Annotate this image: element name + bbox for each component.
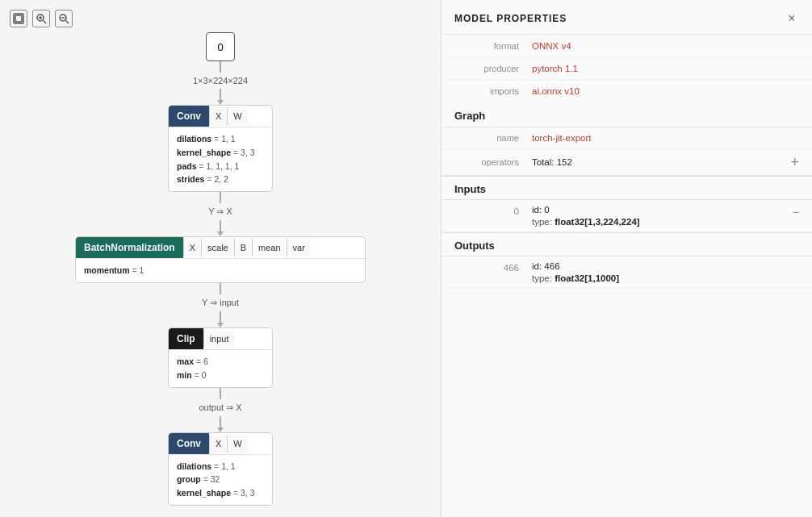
attr-row: momentum = 1 — [84, 264, 357, 277]
clip-node: Clip input max = 6 min = 0 output ⇒ X — [168, 327, 273, 432]
arrow-2 — [217, 220, 224, 236]
producer-label: producer — [454, 63, 519, 73]
output-id-0: id: 466 — [532, 261, 799, 271]
operators-expand-button[interactable]: + — [790, 155, 799, 169]
clip-attrs: max = 6 min = 0 — [169, 349, 272, 387]
panel-title: MODEL PROPERTIES — [454, 13, 567, 24]
input-action-0[interactable]: − — [793, 205, 799, 227]
input-row-0: 0 id: 0 type: float32[1,3,224,224] − — [442, 200, 812, 232]
producer-row: producer pytorch 1.1 — [442, 57, 812, 80]
input-index-0: 0 — [454, 205, 519, 227]
output-details-0: id: 466 type: float32[1,1000] — [532, 261, 799, 283]
graph-canvas: 0 1×3×224×224 Conv X W — [0, 0, 441, 517]
batchnorm-node: BatchNormalization X scale B mean var mo… — [75, 236, 366, 327]
input-node-box[interactable]: 0 — [206, 32, 235, 61]
operators-row: operators Total: 152 + — [442, 149, 812, 176]
arrow-3 — [217, 311, 224, 327]
input-id-0: id: 0 — [532, 205, 793, 215]
operators-value: Total: 152 — [532, 157, 572, 167]
input-node-id: 0 — [217, 41, 223, 53]
inputs-section-header: Inputs — [442, 176, 812, 200]
model-props-section: format ONNX v4 producer pytorch 1.1 impo… — [442, 35, 812, 102]
imports-row: imports ai.onnx v10 — [442, 80, 812, 102]
batchnorm-op-node[interactable]: BatchNormalization X scale B mean var mo… — [75, 236, 366, 283]
edge-label-2: Y ⇒ X — [208, 206, 232, 217]
attr-row: dilations = 1, 1 — [177, 132, 264, 146]
edge-4 — [220, 388, 221, 399]
input-type-0: type: float32[1,3,224,224] — [532, 217, 793, 227]
attr-row: min = 0 — [177, 369, 264, 382]
clip-op-name: Clip — [169, 328, 203, 349]
graph-section-header: Graph — [442, 102, 812, 127]
conv1-op-name: Conv — [169, 106, 209, 127]
format-label: format — [454, 40, 519, 51]
batchnorm-input-scale: scale — [201, 239, 234, 256]
edge-2 — [220, 192, 221, 203]
graph-name-row: name torch-jit-export — [442, 127, 812, 149]
output-row-0: 466 id: 466 type: float32[1,1000] — [442, 256, 812, 289]
edge-3 — [220, 283, 221, 294]
graph-name-value: torch-jit-export — [532, 133, 592, 143]
attr-row: pads = 1, 1, 1, 1 — [177, 160, 264, 173]
conv2-node: Conv X W dilations = 1, 1 group = 32 ker… — [168, 432, 273, 506]
edge-label-3: Y ⇒ input — [202, 298, 239, 308]
batchnorm-op-name: BatchNormalization — [76, 237, 183, 258]
attr-row: dilations = 1, 1 — [177, 460, 264, 473]
conv1-input-x: X — [209, 107, 227, 125]
input-node: 0 1×3×224×224 — [193, 32, 248, 105]
properties-panel: MODEL PROPERTIES × format ONNX v4 produc… — [441, 0, 812, 517]
edge-label-1: 1×3×224×224 — [193, 76, 248, 85]
operators-label: operators — [454, 157, 519, 167]
graph-area: 0 1×3×224×224 Conv X W — [0, 0, 441, 517]
output-type-0: type: float32[1,1000] — [532, 273, 799, 283]
imports-label: imports — [454, 85, 519, 96]
format-value: ONNX v4 — [532, 41, 571, 51]
producer-value: pytorch 1.1 — [532, 64, 578, 73]
attr-row: max = 6 — [177, 355, 264, 369]
attr-row: group = 32 — [177, 473, 264, 486]
output-index-0: 466 — [454, 261, 519, 283]
conv2-input-x: X — [209, 435, 227, 452]
graph-name-label: name — [454, 133, 519, 143]
panel-header: MODEL PROPERTIES × — [442, 0, 812, 35]
panel-body: format ONNX v4 producer pytorch 1.1 impo… — [442, 35, 812, 517]
clip-op-node[interactable]: Clip input max = 6 min = 0 — [168, 327, 273, 388]
conv1-op-node[interactable]: Conv X W dilations = 1, 1 kernel_shape =… — [168, 105, 273, 192]
edge-1 — [220, 61, 221, 73]
batchnorm-input-mean: mean — [252, 239, 287, 256]
attr-row: strides = 2, 2 — [177, 173, 264, 186]
imports-value: ai.onnx v10 — [532, 86, 580, 96]
conv2-attrs: dilations = 1, 1 group = 32 kernel_shape… — [169, 454, 272, 505]
conv2-input-w: W — [227, 435, 247, 452]
attr-row: kernel_shape = 3, 3 — [177, 486, 264, 500]
arrow-4 — [217, 416, 224, 432]
format-row: format ONNX v4 — [442, 35, 812, 57]
batchnorm-input-var: var — [287, 239, 311, 256]
conv2-op-name: Conv — [169, 433, 209, 454]
conv1-input-w: W — [227, 107, 247, 125]
batchnorm-attrs: momentum = 1 — [76, 258, 365, 282]
batchnorm-input-x: X — [183, 239, 201, 256]
edge-label-4: output ⇒ X — [199, 402, 241, 413]
conv1-attrs: dilations = 1, 1 kernel_shape = 3, 3 pad… — [169, 127, 272, 191]
input-details-0: id: 0 type: float32[1,3,224,224] — [532, 205, 793, 227]
clip-input-input: input — [203, 330, 235, 348]
arrow-1 — [217, 89, 224, 105]
attr-row: kernel_shape = 3, 3 — [177, 146, 264, 160]
outputs-section-header: Outputs — [442, 232, 812, 256]
conv1-node: Conv X W dilations = 1, 1 kernel_shape =… — [168, 105, 273, 236]
conv2-op-node[interactable]: Conv X W dilations = 1, 1 group = 32 ker… — [168, 432, 273, 506]
batchnorm-input-b: B — [234, 239, 252, 256]
close-button[interactable]: × — [785, 11, 799, 26]
operators-left: operators Total: 152 — [454, 157, 572, 167]
